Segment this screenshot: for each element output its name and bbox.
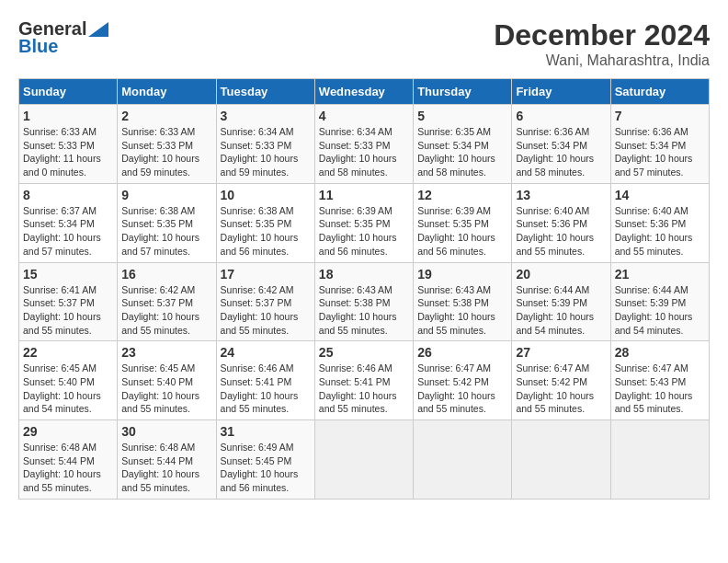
day-number: 25 — [319, 345, 409, 360]
day-number: 30 — [121, 424, 211, 439]
calendar-cell: 10Sunrise: 6:38 AMSunset: 5:35 PMDayligh… — [216, 183, 314, 262]
daylight-text: Daylight: 10 hours and 56 minutes. — [221, 468, 299, 493]
calendar-cell: 16Sunrise: 6:42 AMSunset: 5:37 PMDayligh… — [118, 262, 216, 341]
day-number: 10 — [221, 188, 311, 202]
day-info: Sunrise: 6:46 AMSunset: 5:41 PMDaylight:… — [221, 362, 311, 416]
column-header-friday: Friday — [512, 79, 610, 105]
day-number: 8 — [23, 188, 113, 202]
day-number: 29 — [23, 424, 113, 439]
column-header-tuesday: Tuesday — [216, 79, 314, 105]
sunset-text: Sunset: 5:33 PM — [221, 140, 292, 151]
day-number: 13 — [516, 188, 606, 202]
sunrise-text: Sunrise: 6:49 AM — [221, 442, 294, 453]
sunrise-text: Sunrise: 6:41 AM — [23, 284, 97, 295]
calendar-week-row: 1Sunrise: 6:33 AMSunset: 5:33 PMDaylight… — [19, 105, 710, 184]
daylight-text: Daylight: 10 hours and 55 minutes. — [23, 311, 101, 336]
sunset-text: Sunset: 5:35 PM — [221, 218, 292, 229]
logo-icon — [88, 22, 108, 37]
day-info: Sunrise: 6:36 AMSunset: 5:34 PMDaylight:… — [516, 125, 606, 179]
day-number: 9 — [121, 188, 211, 202]
calendar-cell: 21Sunrise: 6:44 AMSunset: 5:39 PMDayligh… — [610, 262, 709, 341]
day-info: Sunrise: 6:44 AMSunset: 5:39 PMDaylight:… — [516, 283, 606, 338]
day-info: Sunrise: 6:48 AMSunset: 5:44 PMDaylight:… — [121, 441, 211, 495]
sunset-text: Sunset: 5:41 PM — [221, 376, 292, 387]
day-info: Sunrise: 6:49 AMSunset: 5:45 PMDaylight:… — [221, 441, 311, 495]
sunrise-text: Sunrise: 6:40 AM — [615, 205, 688, 216]
day-number: 1 — [23, 109, 113, 123]
sunset-text: Sunset: 5:33 PM — [319, 140, 391, 151]
title-block: December 2024 Wani, Maharashtra, India — [494, 18, 710, 69]
page-subtitle: Wani, Maharashtra, India — [494, 52, 710, 69]
day-info: Sunrise: 6:35 AMSunset: 5:34 PMDaylight:… — [417, 125, 507, 179]
sunset-text: Sunset: 5:43 PM — [615, 376, 687, 387]
calendar-cell: 31Sunrise: 6:49 AMSunset: 5:45 PMDayligh… — [216, 420, 314, 500]
calendar-week-row: 8Sunrise: 6:37 AMSunset: 5:34 PMDaylight… — [19, 183, 710, 262]
calendar-cell: 28Sunrise: 6:47 AMSunset: 5:43 PMDayligh… — [610, 341, 709, 420]
sunrise-text: Sunrise: 6:48 AM — [121, 442, 195, 453]
sunset-text: Sunset: 5:37 PM — [121, 297, 193, 308]
daylight-text: Daylight: 10 hours and 55 minutes. — [121, 390, 199, 415]
day-number: 11 — [319, 188, 409, 202]
calendar-cell: 18Sunrise: 6:43 AMSunset: 5:38 PMDayligh… — [314, 262, 413, 341]
sunset-text: Sunset: 5:33 PM — [23, 140, 95, 151]
day-info: Sunrise: 6:40 AMSunset: 5:36 PMDaylight:… — [516, 204, 606, 259]
sunrise-text: Sunrise: 6:45 AM — [121, 362, 195, 373]
day-number: 24 — [221, 345, 311, 360]
day-info: Sunrise: 6:33 AMSunset: 5:33 PMDaylight:… — [121, 125, 211, 179]
sunset-text: Sunset: 5:35 PM — [319, 218, 391, 229]
daylight-text: Daylight: 10 hours and 55 minutes. — [615, 390, 693, 415]
sunrise-text: Sunrise: 6:38 AM — [221, 205, 294, 216]
sunrise-text: Sunrise: 6:34 AM — [319, 126, 392, 137]
calendar-cell: 3Sunrise: 6:34 AMSunset: 5:33 PMDaylight… — [216, 105, 314, 184]
calendar-cell: 6Sunrise: 6:36 AMSunset: 5:34 PMDaylight… — [512, 105, 610, 184]
day-info: Sunrise: 6:47 AMSunset: 5:43 PMDaylight:… — [615, 362, 705, 416]
logo-text: General Blue — [18, 18, 108, 57]
calendar-cell: 4Sunrise: 6:34 AMSunset: 5:33 PMDaylight… — [314, 105, 413, 184]
sunrise-text: Sunrise: 6:34 AM — [221, 126, 294, 137]
daylight-text: Daylight: 10 hours and 57 minutes. — [615, 153, 693, 178]
calendar-cell — [314, 420, 413, 500]
daylight-text: Daylight: 10 hours and 55 minutes. — [417, 390, 495, 415]
calendar-cell: 7Sunrise: 6:36 AMSunset: 5:34 PMDaylight… — [610, 105, 709, 184]
calendar-cell: 20Sunrise: 6:44 AMSunset: 5:39 PMDayligh… — [512, 262, 610, 341]
sunrise-text: Sunrise: 6:48 AM — [23, 442, 97, 453]
sunrise-text: Sunrise: 6:37 AM — [23, 205, 97, 216]
calendar-cell: 27Sunrise: 6:47 AMSunset: 5:42 PMDayligh… — [512, 341, 610, 420]
calendar-table: SundayMondayTuesdayWednesdayThursdayFrid… — [18, 78, 710, 500]
calendar-week-row: 22Sunrise: 6:45 AMSunset: 5:40 PMDayligh… — [19, 341, 710, 420]
day-info: Sunrise: 6:37 AMSunset: 5:34 PMDaylight:… — [23, 204, 113, 259]
sunrise-text: Sunrise: 6:35 AM — [417, 126, 491, 137]
day-info: Sunrise: 6:47 AMSunset: 5:42 PMDaylight:… — [417, 362, 507, 416]
sunset-text: Sunset: 5:37 PM — [221, 297, 292, 308]
sunset-text: Sunset: 5:34 PM — [516, 140, 587, 151]
calendar-cell — [512, 420, 610, 500]
sunrise-text: Sunrise: 6:36 AM — [516, 126, 589, 137]
day-info: Sunrise: 6:36 AMSunset: 5:34 PMDaylight:… — [615, 125, 705, 179]
daylight-text: Daylight: 10 hours and 58 minutes. — [516, 153, 594, 178]
sunrise-text: Sunrise: 6:38 AM — [121, 205, 195, 216]
sunset-text: Sunset: 5:34 PM — [615, 140, 687, 151]
day-number: 5 — [417, 109, 507, 123]
daylight-text: Daylight: 10 hours and 55 minutes. — [516, 232, 594, 257]
daylight-text: Daylight: 10 hours and 56 minutes. — [319, 232, 397, 257]
daylight-text: Daylight: 10 hours and 55 minutes. — [121, 468, 199, 493]
day-number: 28 — [615, 345, 705, 360]
sunrise-text: Sunrise: 6:39 AM — [417, 205, 491, 216]
sunrise-text: Sunrise: 6:39 AM — [319, 205, 392, 216]
calendar-cell: 15Sunrise: 6:41 AMSunset: 5:37 PMDayligh… — [19, 262, 118, 341]
daylight-text: Daylight: 10 hours and 57 minutes. — [23, 232, 101, 257]
calendar-cell: 17Sunrise: 6:42 AMSunset: 5:37 PMDayligh… — [216, 262, 314, 341]
column-header-wednesday: Wednesday — [314, 79, 413, 105]
daylight-text: Daylight: 10 hours and 54 minutes. — [23, 390, 101, 415]
daylight-text: Daylight: 10 hours and 55 minutes. — [23, 468, 101, 493]
sunset-text: Sunset: 5:41 PM — [319, 376, 391, 387]
day-number: 17 — [221, 267, 311, 282]
day-info: Sunrise: 6:38 AMSunset: 5:35 PMDaylight:… — [221, 204, 311, 259]
calendar-cell: 13Sunrise: 6:40 AMSunset: 5:36 PMDayligh… — [512, 183, 610, 262]
daylight-text: Daylight: 10 hours and 55 minutes. — [221, 311, 299, 336]
column-header-monday: Monday — [118, 79, 216, 105]
daylight-text: Daylight: 10 hours and 56 minutes. — [221, 232, 299, 257]
calendar-cell: 8Sunrise: 6:37 AMSunset: 5:34 PMDaylight… — [19, 183, 118, 262]
daylight-text: Daylight: 10 hours and 55 minutes. — [121, 311, 199, 336]
day-number: 21 — [615, 267, 705, 282]
